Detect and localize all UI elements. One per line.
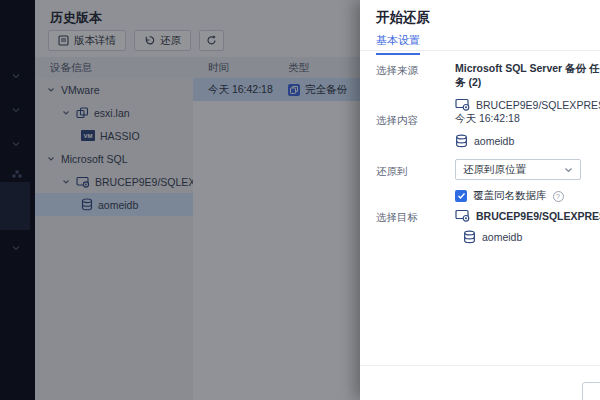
cluster-icon[interactable] — [12, 164, 22, 172]
sql-server-icon — [76, 176, 90, 188]
full-backup-icon — [288, 84, 300, 96]
sql-server-icon — [455, 209, 470, 222]
database-icon — [455, 134, 468, 148]
overwrite-checkbox[interactable] — [455, 190, 467, 202]
field-label: 还原到 — [376, 165, 408, 179]
history-toolbar: 版本详情 还原 — [48, 30, 224, 51]
target-database-name: aomeidb — [482, 231, 522, 243]
left-nav-rail — [0, 0, 35, 400]
backup-type-cell: 完全备份 — [288, 83, 347, 97]
footer-button-partial[interactable] — [582, 382, 600, 400]
content-database-line: aomeidb — [455, 134, 600, 148]
drawer-footer-divider — [360, 365, 600, 366]
target-server-name: BRUCEP9E9/SQLEXPRESS — [476, 210, 600, 222]
tree-item-sql-instance[interactable]: BRUCEP9E9/SQLEXPRESS — [35, 170, 193, 193]
restore-button[interactable]: 还原 — [134, 30, 191, 51]
column-header-time: 时间 — [193, 61, 288, 75]
restore-location-select[interactable]: 还原到原位置 — [455, 159, 581, 180]
chevron-down-icon[interactable] — [11, 238, 23, 246]
overwrite-checkbox-row: 覆盖同名数据库 ? — [455, 189, 600, 203]
backup-time-cell: 今天 16:42:18 — [193, 83, 288, 97]
field-restore-to: 还原到 还原到原位置 覆盖同名数据库 ? — [360, 159, 600, 203]
chevron-down-icon[interactable] — [11, 100, 23, 108]
esxi-host-icon — [76, 107, 89, 119]
tree-item-label: VMware — [61, 84, 100, 96]
tab-basic-settings[interactable]: 基本设置 — [376, 33, 420, 55]
drawer-title: 开始还原 — [376, 9, 430, 27]
page-title: 历史版本 — [50, 9, 102, 27]
chevron-down-icon[interactable] — [47, 86, 55, 94]
tree-item-label: HASSIO — [100, 130, 140, 142]
select-value: 还原到原位置 — [463, 163, 526, 177]
restore-label: 还原 — [160, 34, 181, 48]
field-select-target: 选择目标 BRUCEP9E9/SQLEXPRESS aomeidb — [360, 209, 600, 244]
overwrite-checkbox-label: 覆盖同名数据库 — [473, 189, 547, 203]
database-icon — [463, 230, 476, 244]
field-label: 选择目标 — [376, 211, 418, 225]
history-content: 设备信息 VMware esxi.lan VM HASSIO — [35, 57, 360, 400]
tree-item-aomeidb[interactable]: aomeidb — [35, 193, 193, 216]
chevron-down-icon — [564, 166, 573, 174]
backup-type-label: 完全备份 — [305, 83, 347, 97]
chevron-down-icon[interactable] — [11, 66, 23, 74]
app-window: 历史版本 版本详情 还原 设备信息 — [0, 0, 600, 400]
tree-item-hassio-vm[interactable]: VM HASSIO — [35, 124, 193, 147]
target-database-line: aomeidb — [463, 230, 600, 244]
field-select-source: 选择来源 Microsoft SQL Server 备份 任务 (2) BRUC… — [360, 62, 600, 111]
source-task-name: Microsoft SQL Server 备份 任务 (2) — [455, 62, 600, 90]
source-server-line: BRUCEP9E9/SQLEXPRESS — [455, 98, 600, 111]
chevron-down-icon[interactable] — [11, 134, 23, 142]
content-database-name: aomeidb — [474, 135, 514, 147]
refresh-button[interactable] — [199, 30, 224, 51]
table-header-row: 时间 类型 — [193, 57, 360, 78]
device-tree: 设备信息 VMware esxi.lan VM HASSIO — [35, 57, 193, 400]
field-select-content: 选择内容 今天 16:42:18 aomeidb — [360, 112, 600, 148]
tree-item-microsoft-sql[interactable]: Microsoft SQL — [35, 147, 193, 170]
tree-item-label: aomeidb — [98, 199, 138, 211]
chevron-down-icon[interactable] — [62, 178, 70, 186]
version-details-label: 版本详情 — [74, 34, 116, 48]
nav-rail-active-block — [0, 182, 30, 230]
field-label: 选择来源 — [376, 64, 418, 78]
virtual-machine-icon: VM — [81, 130, 95, 141]
table-row[interactable]: 今天 16:42:18 完全备份 — [193, 78, 360, 101]
restore-undo-icon — [144, 35, 155, 46]
source-server-name: BRUCEP9E9/SQLEXPRESS — [476, 99, 600, 111]
sql-server-icon — [455, 98, 470, 111]
device-tree-header: 设备信息 — [35, 57, 193, 78]
database-icon — [81, 198, 93, 211]
info-icon[interactable]: ? — [553, 191, 564, 202]
column-header-type: 类型 — [288, 61, 309, 75]
refresh-icon — [206, 35, 217, 46]
document-details-icon — [58, 35, 69, 46]
tree-item-label: Microsoft SQL — [61, 153, 128, 165]
tree-item-vmware[interactable]: VMware — [35, 78, 193, 101]
chevron-down-icon[interactable] — [47, 155, 55, 163]
tree-item-esxi-host[interactable]: esxi.lan — [35, 101, 193, 124]
content-time: 今天 16:42:18 — [455, 112, 600, 126]
field-label: 选择内容 — [376, 114, 418, 128]
backup-versions-table: 时间 类型 今天 16:42:18 完全备份 — [193, 57, 360, 400]
tree-item-label: esxi.lan — [94, 107, 130, 119]
start-restore-drawer: 开始还原 基本设置 选择来源 Microsoft SQL Server 备份 任… — [360, 0, 600, 400]
version-details-button[interactable]: 版本详情 — [48, 30, 126, 51]
target-server-line: BRUCEP9E9/SQLEXPRESS — [455, 209, 600, 222]
history-version-panel: 历史版本 版本详情 还原 设备信息 — [35, 0, 360, 400]
chevron-down-icon[interactable] — [62, 109, 70, 117]
